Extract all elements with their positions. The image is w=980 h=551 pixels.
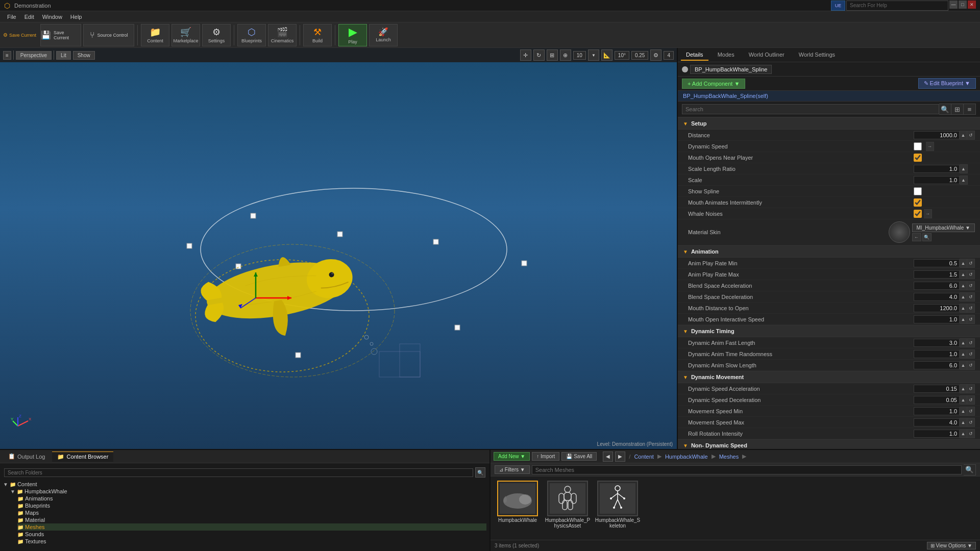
material-goto-btn[interactable]: ← (912, 233, 921, 241)
prop-mouth-speed-reset[interactable]: ↺ (967, 315, 975, 324)
prop-blend-decel-arrow[interactable]: ▲ (960, 292, 967, 302)
tab-world-settings[interactable]: World Settings (794, 49, 840, 61)
prop-whale-noises-btn[interactable]: → (924, 209, 932, 218)
property-search-button[interactable]: 🔍 (939, 104, 951, 115)
tab-modes[interactable]: Modes (713, 49, 740, 61)
edit-blueprint-button[interactable]: ✎ Edit Blueprint ▼ (918, 78, 976, 89)
prop-anim-slow-input[interactable] (914, 361, 960, 369)
prop-dyn-speed-accel-reset[interactable]: ↺ (967, 384, 975, 393)
menu-window[interactable]: Window (38, 11, 66, 22)
prop-move-speed-min-input[interactable] (914, 407, 960, 415)
prop-anim-rate-min-arrow[interactable]: ▲ (960, 259, 967, 268)
dynamic-movement-header[interactable]: ▼ Dynamic Movement (678, 371, 980, 383)
prop-anim-slow-reset[interactable]: ↺ (967, 361, 975, 370)
prop-anim-random-arrow[interactable]: ▲ (960, 349, 967, 359)
cinematics-btn[interactable]: 🎬 Cinematics (268, 24, 297, 46)
material-search-btn[interactable]: 🔍 (922, 233, 932, 241)
tree-textures[interactable]: 📁Textures (17, 538, 486, 545)
menu-help[interactable]: Help (66, 11, 86, 22)
prop-show-spline-checkbox[interactable] (914, 187, 922, 195)
asset-skeleton[interactable]: HumpbackWhale_Skeleton (595, 481, 641, 529)
prop-dyn-speed-decel-reset[interactable]: ↺ (967, 395, 975, 405)
prop-dynamic-speed-checkbox[interactable] (914, 142, 922, 151)
prop-anim-rate-min-input[interactable] (914, 259, 960, 267)
asset-search-button[interactable]: 🔍 (964, 464, 976, 475)
prop-anim-fast-arrow[interactable]: ▲ (960, 338, 967, 347)
filters-button[interactable]: ⊿ Filters ▼ (495, 465, 530, 474)
prop-mouth-speed-input[interactable] (914, 315, 960, 323)
grid-down-btn[interactable]: ▼ (588, 49, 599, 61)
minimize-button[interactable]: — (949, 1, 958, 9)
settings-btn[interactable]: ⚙ Settings (202, 24, 231, 46)
prop-mouth-dist-arrow[interactable]: ▲ (960, 304, 967, 313)
blueprints-btn[interactable]: ⬡ Blueprints (237, 24, 266, 46)
property-search-input[interactable] (682, 104, 939, 114)
angle-btn[interactable]: 📐 (601, 49, 612, 61)
non-dynamic-speed-header[interactable]: ▼ Non- Dynamic Speed (678, 439, 980, 449)
save-all-button[interactable]: 💾 Save All (561, 452, 597, 461)
prop-roll-rotation-arrow[interactable]: ▲ (960, 429, 967, 438)
prop-scale-length-arrow[interactable]: ▲ (960, 164, 968, 173)
prop-anim-rate-max-input[interactable] (914, 270, 960, 279)
animation-header[interactable]: ▼ Animation (678, 245, 980, 258)
prop-mouth-animates-checkbox[interactable] (914, 198, 922, 207)
prop-whale-noises-checkbox[interactable] (914, 210, 922, 218)
play-btn[interactable]: ▶ Play (338, 24, 367, 46)
tree-material[interactable]: 📁Material (17, 516, 486, 523)
tab-content-browser[interactable]: 📁 Content Browser (52, 452, 113, 462)
folder-search-input[interactable] (4, 468, 473, 477)
add-component-button[interactable]: + Add Component ▼ (682, 79, 745, 89)
property-view-list[interactable]: ≡ (964, 104, 976, 115)
prop-distance-reset[interactable]: ↺ (967, 131, 975, 140)
prop-scale-length-input[interactable] (914, 165, 960, 173)
prop-anim-rate-max-arrow[interactable]: ▲ (960, 270, 967, 279)
path-content[interactable]: Content (634, 454, 654, 460)
prop-anim-rate-min-reset[interactable]: ↺ (967, 259, 975, 268)
marketplace-btn[interactable]: 🛒 Marketplace (172, 24, 200, 46)
viewport[interactable]: ≡ Perspective Lit Show ✛ ↻ ⊞ ⊕ 10 ▼ 📐 10… (0, 48, 677, 449)
asset-physicsasset[interactable]: HumpbackWhale_PhysicsAsset (545, 481, 591, 529)
prop-anim-rate-max-reset[interactable]: ↺ (967, 270, 975, 279)
vp-coord-icon[interactable]: ⊕ (560, 49, 571, 61)
prop-distance-input[interactable] (914, 131, 960, 139)
import-button[interactable]: ↑ Import (532, 452, 559, 461)
prop-anim-random-reset[interactable]: ↺ (967, 349, 975, 359)
prop-anim-random-input[interactable] (914, 350, 960, 358)
lit-btn[interactable]: Lit (56, 51, 71, 60)
tree-maps[interactable]: 📁Maps (17, 509, 486, 516)
close-button[interactable]: ✕ (968, 1, 976, 9)
setup-header[interactable]: ▼ Setup (678, 117, 980, 130)
prop-mouth-speed-arrow[interactable]: ▲ (960, 315, 967, 324)
tab-details[interactable]: Details (681, 49, 708, 61)
tab-world-outliner[interactable]: World Outliner (744, 49, 790, 61)
vp-rotate-icon[interactable]: ↻ (533, 49, 545, 61)
prop-dyn-speed-accel-input[interactable] (914, 385, 960, 393)
prop-move-speed-max-input[interactable] (914, 418, 960, 427)
prop-anim-slow-arrow[interactable]: ▲ (960, 361, 967, 370)
search-for-help-input[interactable]: Search For Help (846, 1, 948, 11)
vp-scale-icon[interactable]: ⊞ (547, 49, 558, 61)
tree-content[interactable]: ▼ 📁 Content (3, 481, 486, 488)
add-new-button[interactable]: Add New ▼ (494, 452, 530, 461)
path-humpbackwhale[interactable]: HumpbackWhale (665, 454, 708, 460)
dynamic-timing-header[interactable]: ▼ Dynamic Timing (678, 325, 980, 337)
prop-scale-arrow[interactable]: ▲ (960, 176, 968, 185)
prop-anim-fast-input[interactable] (914, 339, 960, 347)
nav-back-button[interactable]: ◀ (603, 452, 613, 462)
save-current-btn[interactable]: 💾 Save Current (40, 24, 81, 46)
tree-animations[interactable]: 📁Animations (17, 495, 486, 502)
prop-blend-decel-input[interactable] (914, 293, 960, 301)
menu-file[interactable]: File (3, 11, 20, 22)
prop-mouth-dist-input[interactable] (914, 304, 960, 312)
tree-humpbackwhale[interactable]: ▼ 📁 HumpbackWhale (10, 488, 486, 495)
maximize-button[interactable]: □ (959, 1, 967, 9)
prop-dynamic-speed-btn[interactable]: → (926, 142, 934, 151)
prop-blend-accel-input[interactable] (914, 282, 960, 290)
prop-dyn-speed-accel-arrow[interactable]: ▲ (960, 384, 967, 393)
prop-roll-rotation-reset[interactable]: ↺ (967, 429, 975, 438)
build-btn[interactable]: ⚒ Build (303, 24, 332, 46)
prop-move-speed-min-arrow[interactable]: ▲ (960, 407, 967, 416)
tab-output-log[interactable]: 📋 Output Log (3, 452, 50, 461)
folder-search-button[interactable]: 🔍 (475, 467, 485, 478)
prop-move-speed-min-reset[interactable]: ↺ (967, 407, 975, 416)
